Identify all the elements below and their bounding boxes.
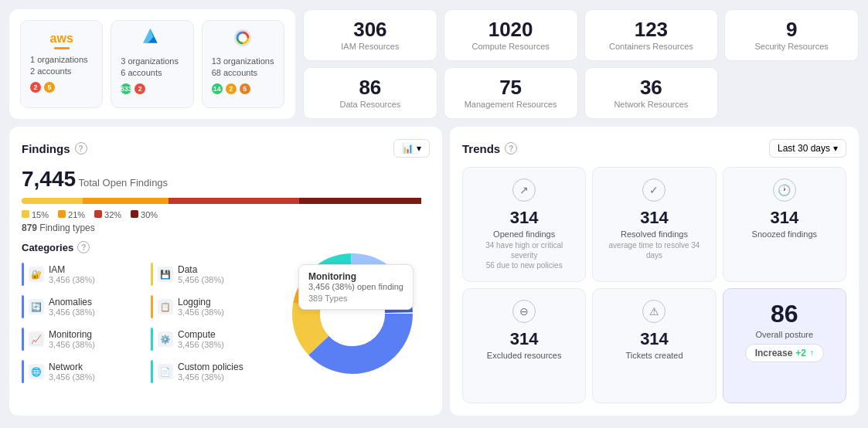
tooltip-sub: 3,456 (38%) open finding bbox=[308, 282, 403, 291]
anomalies-text: Anomalies 3,456 (38%) bbox=[49, 297, 95, 317]
trends-panel: Trends ? Last 30 days ▾ ↗ 314 Opened fin… bbox=[450, 127, 859, 416]
aws-red-dot: 2 bbox=[30, 82, 41, 93]
resources-panel: 306 IAM Resources 1020 Compute Resources… bbox=[303, 9, 859, 119]
network-label: Network Resources bbox=[614, 100, 688, 109]
security-label: Security Resources bbox=[754, 42, 828, 51]
progress-seg-4 bbox=[299, 198, 421, 204]
chart-button[interactable]: 📊 ▾ bbox=[393, 139, 430, 158]
data-label: Data Resources bbox=[339, 100, 400, 109]
category-anomalies: 🔄 Anomalies 3,456 (38%) bbox=[22, 292, 138, 321]
network-bar bbox=[22, 360, 24, 383]
categories-title: Categories ? bbox=[22, 241, 267, 253]
trends-grid: ↗ 314 Opened findings 34 have high or cr… bbox=[462, 167, 846, 403]
progress-seg-1 bbox=[22, 198, 83, 204]
azure-green-dot: 633 bbox=[121, 83, 131, 94]
posture-number: 86 bbox=[771, 300, 798, 328]
gcp-badges: 14 2 5 bbox=[212, 83, 274, 94]
period-select-button[interactable]: Last 30 days ▾ bbox=[769, 139, 846, 158]
resource-card-compute: 1020 Compute Resources bbox=[444, 9, 578, 61]
resource-card-data: 86 Data Resources bbox=[303, 67, 437, 119]
findings-types: 879 Finding types bbox=[22, 222, 430, 233]
custom-bar bbox=[151, 360, 153, 383]
pie-tooltip: Monitoring 3,456 (38%) open finding 389 … bbox=[298, 264, 414, 310]
bottom-section: Findings ? 📊 ▾ 7,445 Total Open Findings… bbox=[9, 127, 859, 416]
categories-help-icon[interactable]: ? bbox=[77, 241, 90, 253]
tickets-icon: ⚠ bbox=[642, 300, 665, 323]
resolved-number: 314 bbox=[640, 208, 669, 228]
compute-bar bbox=[151, 328, 153, 351]
findings-total-label: Total Open Findings bbox=[78, 177, 168, 189]
tooltip-types: 389 Types bbox=[308, 294, 403, 303]
findings-total: 7,445 bbox=[22, 167, 76, 191]
resource-card-security: 9 Security Resources bbox=[724, 9, 859, 61]
security-number: 9 bbox=[786, 19, 797, 39]
cloud-card-aws: aws 1 organizations 2 accounts 2 5 bbox=[20, 20, 103, 108]
category-custom: 📄 Custom policies 3,456 (38%) bbox=[151, 357, 267, 386]
progress-legend: 15% 21% 32% 30% bbox=[22, 210, 430, 219]
iam-text: IAM 3,456 (38%) bbox=[49, 264, 95, 284]
trends-help-icon[interactable]: ? bbox=[505, 142, 517, 155]
resource-card-iam: 306 IAM Resources bbox=[303, 9, 437, 61]
resolved-icon: ✓ bbox=[642, 178, 665, 202]
trend-snoozed: 🕐 314 Snoozed findings bbox=[723, 167, 846, 282]
logging-text: Logging 3,456 (38%) bbox=[178, 297, 224, 317]
network-text: Network 3,456 (38%) bbox=[49, 362, 95, 382]
categories-section: Categories ? 🔐 IAM 3,456 (38%) bbox=[22, 241, 267, 386]
resource-card-network: 36 Network Resources bbox=[584, 67, 719, 119]
period-chevron: ▾ bbox=[833, 143, 838, 154]
category-compute: ⚙️ Compute 3,456 (38%) bbox=[151, 324, 267, 354]
resolved-label: Resolved findings bbox=[621, 229, 688, 239]
findings-header: Findings ? 📊 ▾ bbox=[22, 139, 430, 158]
progress-seg-2 bbox=[83, 198, 168, 204]
data-number: 86 bbox=[359, 77, 381, 97]
iam-label: IAM Resources bbox=[341, 42, 399, 51]
monitoring-bar bbox=[22, 328, 24, 351]
increase-text: Increase bbox=[755, 348, 793, 358]
azure-accounts: 6 accounts bbox=[121, 67, 183, 79]
tickets-label: Tickets created bbox=[625, 351, 682, 360]
iam-bar bbox=[22, 263, 24, 286]
pie-chart-section: Monitoring 3,456 (38%) open finding 389 … bbox=[275, 241, 430, 386]
azure-badges: 633 2 bbox=[121, 83, 183, 94]
progress-seg-3 bbox=[168, 198, 299, 204]
gcp-orgs: 13 organizations bbox=[212, 56, 274, 67]
findings-count-row: 7,445 Total Open Findings bbox=[22, 167, 430, 192]
data-icon: 💾 bbox=[158, 267, 173, 282]
increase-arrow: ↑ bbox=[809, 348, 814, 358]
monitoring-text: Monitoring 3,456 (38%) bbox=[49, 329, 95, 349]
increase-value: +2 bbox=[795, 348, 806, 358]
findings-progress-bar bbox=[22, 198, 430, 204]
category-monitoring: 📈 Monitoring 3,456 (38%) bbox=[22, 324, 138, 354]
gcp-orange-dot: 5 bbox=[240, 83, 250, 94]
snoozed-icon: 🕐 bbox=[773, 178, 796, 202]
aws-yellow-dot: 5 bbox=[44, 82, 55, 93]
findings-help-icon[interactable]: ? bbox=[75, 142, 87, 155]
category-iam: 🔐 IAM 3,456 (38%) bbox=[22, 260, 138, 289]
findings-title: Findings ? bbox=[22, 142, 87, 155]
gcp-logo bbox=[212, 29, 274, 51]
aws-orgs: 1 organizations bbox=[30, 54, 93, 66]
network-icon: 🌐 bbox=[29, 364, 44, 379]
custom-text: Custom policies 3,456 (38%) bbox=[178, 362, 243, 382]
findings-panel: Findings ? 📊 ▾ 7,445 Total Open Findings… bbox=[9, 127, 442, 416]
compute-number: 1020 bbox=[488, 19, 533, 39]
category-data: 💾 Data 5,456 (38%) bbox=[151, 260, 267, 289]
aws-logo: aws bbox=[30, 29, 93, 49]
legend-3: 32% bbox=[94, 210, 121, 219]
containers-label: Containers Resources bbox=[609, 42, 693, 51]
monitoring-icon: 📈 bbox=[29, 331, 44, 347]
trend-excluded: ⊖ 314 Excluded resources bbox=[462, 288, 586, 403]
compute-text: Compute 3,456 (38%) bbox=[178, 329, 224, 349]
azure-red-dot: 2 bbox=[134, 83, 145, 94]
category-network: 🌐 Network 3,456 (38%) bbox=[22, 357, 138, 386]
custom-icon: 📄 bbox=[158, 364, 173, 379]
trend-posture: 86 Overall posture Increase +2 ↑ bbox=[723, 288, 846, 403]
period-label: Last 30 days bbox=[778, 143, 830, 154]
cloud-card-azure: 3 organizations 6 accounts 633 2 bbox=[111, 20, 193, 108]
compute-icon: ⚙️ bbox=[158, 331, 173, 347]
legend-2: 21% bbox=[58, 210, 85, 219]
iam-icon: 🔐 bbox=[29, 267, 44, 282]
tooltip-title: Monitoring bbox=[308, 271, 403, 282]
opened-number: 314 bbox=[510, 208, 539, 228]
excluded-number: 314 bbox=[510, 329, 539, 349]
